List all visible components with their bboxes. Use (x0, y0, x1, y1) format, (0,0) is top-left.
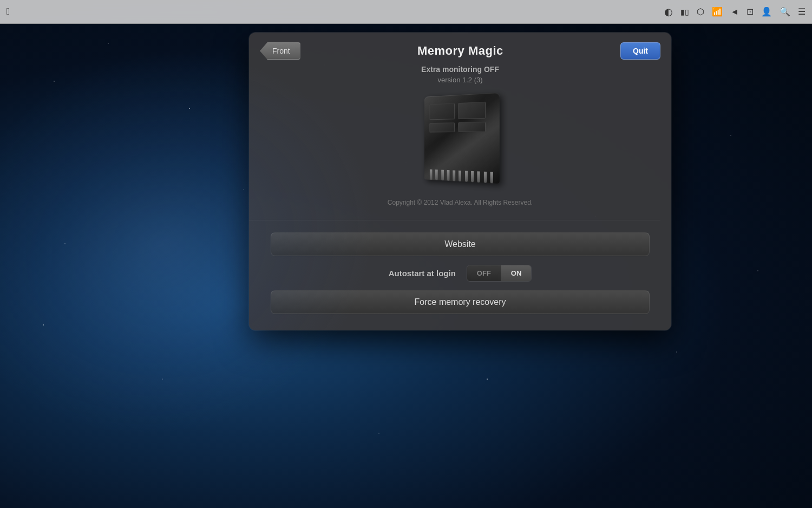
ram-contact-2 (435, 170, 438, 180)
ram-icon (417, 95, 503, 187)
version-text: version 1.2 (3) (437, 76, 482, 84)
ram-contact-9 (477, 171, 480, 183)
ram-chip-components (429, 101, 494, 146)
window-body: Extra monitoring OFF version 1.2 (3) (249, 65, 671, 330)
ram-contact-10 (483, 172, 486, 183)
quit-button[interactable]: Quit (620, 42, 660, 60)
list-icon[interactable]: ☰ (798, 6, 806, 17)
toggle-off-option[interactable]: OFF (467, 265, 501, 281)
front-button-wrap: Front (260, 42, 300, 60)
charger-icon[interactable]: ⊡ (746, 6, 754, 17)
ram-contacts (428, 170, 495, 184)
ram-contact-1 (430, 170, 433, 180)
chip-component-4 (458, 122, 486, 132)
website-button[interactable]: Website (271, 232, 650, 256)
copyright-text: Copyright © 2012 Vlad Alexa. All Rights … (388, 198, 533, 208)
ram-contact-4 (447, 170, 450, 181)
app-window: Front Memory Magic Quit Extra monitoring… (249, 32, 671, 330)
search-icon[interactable]: 🔍 (780, 6, 790, 17)
toggle-on-option[interactable]: ON (501, 265, 532, 281)
battery-icon[interactable]: ▮▯ (680, 8, 689, 16)
force-memory-button[interactable]: Force memory recovery (271, 290, 650, 314)
chip-component-3 (429, 122, 455, 132)
autostart-row: Autostart at login OFF ON (271, 265, 650, 282)
menubar-right: ◐ ▮▯ ⬡ 📶 ◄ ⊡ 👤 🔍 ☰ (664, 6, 806, 18)
window-title-section: Memory Magic (300, 44, 620, 58)
apple-logo-icon[interactable]:  (6, 6, 10, 17)
desktop:  ◐ ▮▯ ⬡ 📶 ◄ ⊡ 👤 🔍 ☰ Front (0, 0, 812, 508)
ram-contact-5 (453, 170, 455, 181)
ram-contact-8 (471, 171, 474, 183)
chip-component-1 (429, 103, 455, 120)
ram-contact-7 (465, 171, 468, 181)
wifi-icon[interactable]: 📶 (712, 6, 723, 17)
user-icon[interactable]: 👤 (761, 6, 772, 17)
front-button[interactable]: Front (260, 42, 300, 60)
chip-component-2 (458, 102, 486, 119)
app-title: Memory Magic (300, 44, 620, 58)
volume-icon[interactable]: ◄ (730, 7, 739, 17)
autostart-toggle[interactable]: OFF ON (467, 265, 532, 282)
menubar:  ◐ ▮▯ ⬡ 📶 ◄ ⊡ 👤 🔍 ☰ (0, 0, 812, 24)
subtitle-text: Extra monitoring OFF (421, 65, 499, 74)
ram-contact-3 (441, 170, 444, 181)
ram-contact-11 (490, 172, 493, 183)
menubar-left:  (6, 6, 10, 17)
airplay-icon[interactable]: ⬡ (697, 6, 704, 17)
window-header: Front Memory Magic Quit (249, 32, 671, 65)
divider (249, 220, 660, 220)
autostart-label: Autostart at login (389, 269, 456, 278)
ram-contact-6 (459, 171, 461, 181)
ram-chip-shape (424, 93, 500, 184)
display-icon[interactable]: ◐ (664, 6, 673, 18)
